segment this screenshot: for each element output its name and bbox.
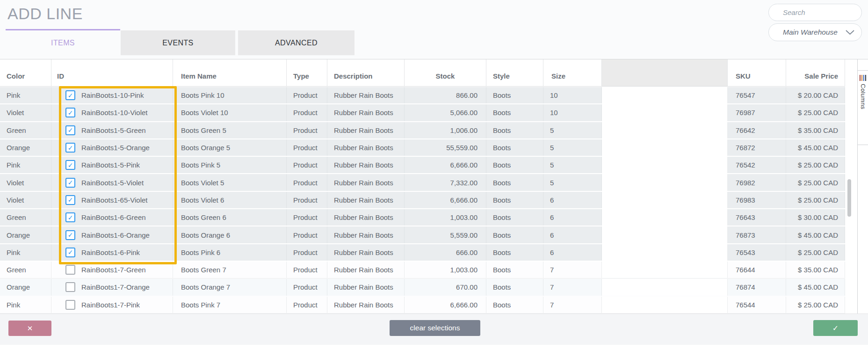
cell-color: Orange <box>0 139 51 156</box>
cell-type: Product <box>287 297 327 313</box>
cell-spacer <box>602 192 728 208</box>
cell-color: Pink <box>0 244 51 261</box>
columns-panel-toggle[interactable]: Columns <box>858 70 868 145</box>
row-id-label: RainBoots1-6-Pink <box>81 248 140 256</box>
row-checkbox-checked[interactable]: ✓ <box>65 90 75 100</box>
tab-events[interactable]: EVENTS <box>121 30 235 55</box>
table-row[interactable]: Green✓RainBoots1-5-GreenBoots Green 5Pro… <box>0 122 845 139</box>
cell-type: Product <box>287 174 327 190</box>
warehouse-dropdown[interactable]: Main Warehouse <box>768 23 862 41</box>
table-row[interactable]: Pink✓RainBoots1-6-PinkBoots Pink 6Produc… <box>0 244 845 262</box>
cell-id: ✓RainBoots1-10-Violet <box>51 104 173 121</box>
table-row[interactable]: Pink✓RainBoots1-5-PinkBoots Pink 5Produc… <box>0 157 845 174</box>
cell-description: Rubber Rain Boots <box>327 174 405 190</box>
check-icon: ✓ <box>68 197 73 203</box>
row-id-label: RainBoots1-5-Orange <box>81 144 150 152</box>
table-row[interactable]: Violet✓RainBoots1-5-VioletBoots Violet 5… <box>0 174 845 191</box>
row-checkbox-unchecked[interactable] <box>65 282 75 292</box>
cell-sale_price: $ 30.00 CAD <box>786 209 845 226</box>
cell-item_name: Boots Pink 10 <box>173 87 287 103</box>
table-row[interactable]: OrangeRainBoots1-7-OrangeBoots Orange 7P… <box>0 279 845 296</box>
cell-style: Boots <box>486 122 543 139</box>
table-row[interactable]: Green✓RainBoots1-6-GreenBoots Green 6Pro… <box>0 209 845 226</box>
cell-spacer <box>602 139 728 156</box>
cell-sku: 76643 <box>728 209 786 226</box>
table-row[interactable]: Orange✓RainBoots1-6-OrangeBoots Orange 6… <box>0 226 845 244</box>
cell-color: Violet <box>0 174 51 190</box>
clear-selections-button[interactable]: clear selections <box>390 320 480 336</box>
vertical-scrollbar-thumb[interactable] <box>847 179 851 217</box>
table-row[interactable]: PinkRainBoots1-7-PinkBoots Pink 7Product… <box>0 297 845 314</box>
row-checkbox-unchecked[interactable] <box>65 265 75 275</box>
cell-size: 10 <box>543 104 602 121</box>
cell-stock: 1,003.00 <box>405 209 486 226</box>
row-id-label: RainBoots1-65-Violet <box>81 196 147 204</box>
cell-spacer <box>602 122 728 139</box>
table-row[interactable]: GreenRainBoots1-7-GreenBoots Green 7Prod… <box>0 262 845 279</box>
cell-size: 5 <box>543 174 602 190</box>
cell-stock: 6,666.00 <box>405 192 486 208</box>
tab-advanced[interactable]: ADVANCED <box>238 30 354 55</box>
cell-description: Rubber Rain Boots <box>327 226 405 243</box>
cell-item_name: Boots Pink 7 <box>173 297 287 313</box>
column-header-description[interactable]: Description <box>327 59 405 86</box>
cell-item_name: Boots Pink 5 <box>173 157 287 173</box>
table-row[interactable]: Violet✓RainBoots1-65-VioletBoots Violet … <box>0 192 845 209</box>
chevron-down-icon <box>846 30 854 35</box>
table-row[interactable]: Violet✓RainBoots1-10-VioletBoots Violet … <box>0 104 845 122</box>
column-header-sku[interactable]: SKU <box>728 59 786 86</box>
cell-id: ✓RainBoots1-5-Orange <box>51 139 173 156</box>
row-checkbox-checked[interactable]: ✓ <box>65 143 75 153</box>
row-checkbox-checked[interactable]: ✓ <box>65 212 75 222</box>
cell-sku: 76987 <box>728 104 786 121</box>
cell-item_name: Boots Orange 6 <box>173 226 287 243</box>
column-header-type[interactable]: Type <box>287 59 327 86</box>
table-header: ColorIDItem NameTypeDescriptionStockStyl… <box>0 59 845 87</box>
cell-style: Boots <box>486 87 543 103</box>
cell-spacer <box>602 297 728 313</box>
check-icon: ✓ <box>832 324 839 333</box>
row-checkbox-checked[interactable]: ✓ <box>65 195 75 205</box>
cell-id: RainBoots1-7-Green <box>51 262 173 278</box>
column-header-item_name[interactable]: Item Name <box>173 59 287 86</box>
cancel-button[interactable]: ✕ <box>8 321 51 336</box>
table-row[interactable]: Pink✓RainBoots1-10-PinkBoots Pink 10Prod… <box>0 87 845 104</box>
column-header-size[interactable]: Size <box>543 59 602 86</box>
cell-spacer <box>602 262 728 278</box>
row-checkbox-checked[interactable]: ✓ <box>65 160 75 170</box>
column-header-color[interactable]: Color <box>0 59 51 86</box>
row-checkbox-checked[interactable]: ✓ <box>65 108 75 117</box>
cell-sale_price: $ 25.00 CAD <box>786 104 845 121</box>
row-id-label: RainBoots1-5-Violet <box>81 179 144 187</box>
row-checkbox-unchecked[interactable] <box>65 300 75 310</box>
column-header-sale_price[interactable]: Sale Price <box>786 59 845 86</box>
row-checkbox-checked[interactable]: ✓ <box>65 248 75 257</box>
cell-item_name: Boots Orange 5 <box>173 139 287 156</box>
column-header-stock[interactable]: Stock <box>405 59 486 86</box>
row-id-label: RainBoots1-10-Violet <box>81 109 147 117</box>
cell-stock: 866.00 <box>405 87 486 103</box>
cell-sku: 76983 <box>728 192 786 208</box>
row-checkbox-checked[interactable]: ✓ <box>65 125 75 135</box>
cell-stock: 6,666.00 <box>405 297 486 313</box>
table-row[interactable]: Orange✓RainBoots1-5-OrangeBoots Orange 5… <box>0 139 845 157</box>
row-checkbox-checked[interactable]: ✓ <box>65 178 75 188</box>
column-header-style[interactable]: Style <box>486 59 543 86</box>
close-icon: ✕ <box>27 324 33 333</box>
cell-size: 6 <box>543 226 602 243</box>
search-input[interactable] <box>769 8 868 16</box>
confirm-button[interactable]: ✓ <box>813 320 858 336</box>
cell-type: Product <box>287 279 327 295</box>
cell-sale_price: $ 20.00 CAD <box>786 87 845 103</box>
row-checkbox-checked[interactable]: ✓ <box>65 230 75 240</box>
cell-sku: 76874 <box>728 279 786 295</box>
cell-description: Rubber Rain Boots <box>327 122 405 139</box>
column-header-id[interactable]: ID <box>51 59 173 86</box>
search-box <box>768 4 862 21</box>
cell-color: Violet <box>0 192 51 208</box>
tab-items[interactable]: ITEMS <box>6 30 120 55</box>
cell-color: Green <box>0 209 51 226</box>
cell-style: Boots <box>486 297 543 313</box>
row-id-label: RainBoots1-7-Pink <box>81 301 140 309</box>
cell-sku: 76544 <box>728 297 786 313</box>
